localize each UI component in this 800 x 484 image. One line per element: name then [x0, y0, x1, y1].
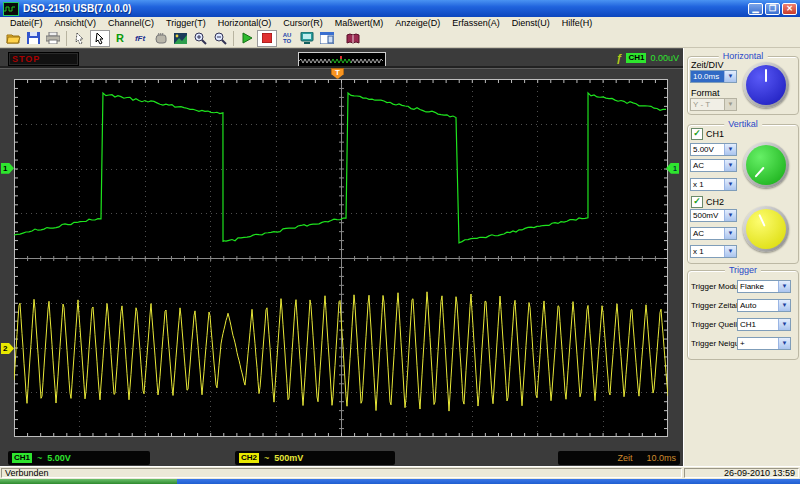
chevron-down-icon[interactable]: ▼: [778, 300, 790, 311]
menu-datei[interactable]: Datei(F): [4, 18, 49, 28]
zoom-in-button[interactable]: [190, 30, 210, 47]
zoom-out-icon: [214, 32, 227, 45]
refresh-r-icon: R: [116, 32, 124, 44]
ch2-coupling-select[interactable]: AC▼: [690, 227, 737, 240]
menu-erfassen[interactable]: Erfassen(A): [446, 18, 506, 28]
trigger-position-marker[interactable]: T: [331, 68, 344, 79]
hand-tool-button[interactable]: [150, 30, 170, 47]
control-panel: Horizontal Zeit/DIV 10.0ms▼ Format Y - T…: [683, 48, 800, 466]
chevron-down-icon[interactable]: ▼: [778, 281, 790, 292]
open-folder-icon: [6, 32, 21, 44]
chevron-down-icon[interactable]: ▼: [778, 319, 790, 330]
ch1-coupling-select[interactable]: AC▼: [690, 159, 737, 172]
minimize-button[interactable]: ▁: [748, 3, 763, 15]
ch2-status-box: CH2 ~ 500mV: [235, 451, 395, 465]
window-layout-icon: [320, 32, 334, 44]
ch1-enable-row: ✓ CH1: [691, 128, 724, 140]
time-label: Zeit: [617, 453, 632, 463]
ch1-probe-select[interactable]: x 1▼: [690, 178, 737, 191]
start-button[interactable]: [0, 479, 177, 484]
ch1-checkbox[interactable]: ✓: [691, 128, 703, 140]
open-button[interactable]: [3, 30, 23, 47]
close-button[interactable]: ✕: [782, 3, 797, 15]
ch2-position-marker[interactable]: 2: [1, 343, 14, 354]
waveform-image-icon: [174, 33, 187, 44]
hand-tool-icon: [154, 32, 167, 44]
chevron-down-icon[interactable]: ▼: [724, 144, 736, 155]
trigger-modus-select[interactable]: Flanke▼: [737, 280, 791, 293]
connection-status: Verbunden: [1, 468, 682, 478]
ch2-checkbox[interactable]: ✓: [691, 196, 703, 208]
window-title: DSO-2150 USB(7.0.0.0): [23, 3, 746, 14]
menu-dienst[interactable]: Dienst(U): [506, 18, 556, 28]
acquisition-status-indicator: STOP: [8, 52, 79, 66]
status-bar: Verbunden 26-09-2010 13:59: [0, 466, 800, 479]
ch2-position-knob[interactable]: [743, 206, 789, 252]
ch1-position-knob[interactable]: [743, 142, 789, 188]
ch1-coupling-icon: ~: [37, 453, 42, 463]
waveform-plot: [14, 79, 668, 437]
cursor-arrow-button[interactable]: [90, 30, 110, 47]
zoom-out-button[interactable]: [210, 30, 230, 47]
ch2-scale-readout: 500mV: [274, 453, 303, 463]
window-layout-button[interactable]: [317, 30, 337, 47]
ch2-probe-select[interactable]: x 1▼: [690, 245, 737, 258]
restore-button[interactable]: ❐: [765, 3, 780, 15]
menu-horizontal[interactable]: Horizontal(O): [212, 18, 278, 28]
dso-application-window: DSO-2150 USB(7.0.0.0) ▁ ❐ ✕ Datei(F) Ans…: [0, 0, 800, 484]
start-acquisition-button[interactable]: [237, 30, 257, 47]
ch2-volt-select[interactable]: 500mV▼: [690, 209, 737, 222]
menu-anzeige[interactable]: Anzeige(D): [389, 18, 446, 28]
toolbar-separator: [233, 31, 234, 46]
cursor-arrow-icon: [94, 32, 106, 45]
zeitdiv-label: Zeit/DIV: [691, 60, 724, 70]
fft-button[interactable]: fFt: [130, 30, 150, 47]
menu-trigger[interactable]: Trigger(T): [160, 18, 212, 28]
display-capture-button[interactable]: [297, 30, 317, 47]
chevron-down-icon[interactable]: ▼: [724, 210, 736, 221]
ch2-checkbox-label: CH2: [706, 197, 724, 207]
ch1-scale-readout: 5.00V: [47, 453, 71, 463]
save-button[interactable]: [23, 30, 43, 47]
trigger-neigung-select[interactable]: +▼: [737, 337, 791, 350]
ch1-volt-select[interactable]: 5.00V▼: [690, 143, 737, 156]
horizontal-position-preview[interactable]: [298, 52, 386, 67]
chevron-down-icon[interactable]: ▼: [724, 246, 736, 257]
ch1-checkbox-label: CH1: [706, 129, 724, 139]
trigger-quelle-label: Trigger Quelle: [691, 320, 741, 329]
windows-taskbar[interactable]: [0, 479, 800, 484]
timebase-status-box: Zeit 10.0ms: [558, 451, 680, 465]
trigger-quelle-select[interactable]: CH1▼: [737, 318, 791, 331]
menu-cursor[interactable]: Cursor(R): [277, 18, 329, 28]
autoset-icon: AUTO: [283, 32, 292, 44]
chevron-down-icon[interactable]: ▼: [724, 160, 736, 171]
help-button[interactable]: [343, 30, 363, 47]
zoom-in-icon: [194, 32, 207, 45]
time-value: 10.0ms: [646, 453, 676, 463]
chevron-down-icon[interactable]: ▼: [724, 71, 736, 82]
chevron-down-icon[interactable]: ▼: [724, 179, 736, 190]
menu-channel[interactable]: Channel(C): [102, 18, 160, 28]
horizontal-knob[interactable]: [743, 62, 789, 108]
menu-hilfe[interactable]: Hilfe(H): [556, 18, 599, 28]
ch1-position-marker[interactable]: 1: [1, 163, 14, 174]
chevron-down-icon[interactable]: ▼: [724, 228, 736, 239]
autoset-button[interactable]: AUTO: [277, 30, 297, 47]
print-button[interactable]: [43, 30, 63, 47]
waveform-image-button[interactable]: [170, 30, 190, 47]
menu-masswert[interactable]: Maßwert(M): [329, 18, 390, 28]
vertikal-group-title: Vertikal: [724, 119, 762, 129]
zeitdiv-select[interactable]: 10.0ms▼: [690, 70, 737, 83]
menu-ansicht[interactable]: Ansicht(V): [49, 18, 103, 28]
trigger-zeitablenk-select[interactable]: Auto▼: [737, 299, 791, 312]
trigger-channel-badge: CH1: [626, 53, 646, 63]
waveform-canvas: [14, 79, 668, 437]
toolbar-separator: [66, 31, 67, 46]
trigger-group-title: Trigger: [725, 265, 761, 275]
refresh-button[interactable]: R: [110, 30, 130, 47]
stop-icon: [262, 33, 272, 43]
trigger-level-readout: 0.00uV: [650, 53, 679, 63]
cursor-select-button[interactable]: [70, 30, 90, 47]
stop-acquisition-button[interactable]: [257, 30, 277, 47]
chevron-down-icon[interactable]: ▼: [778, 338, 790, 349]
